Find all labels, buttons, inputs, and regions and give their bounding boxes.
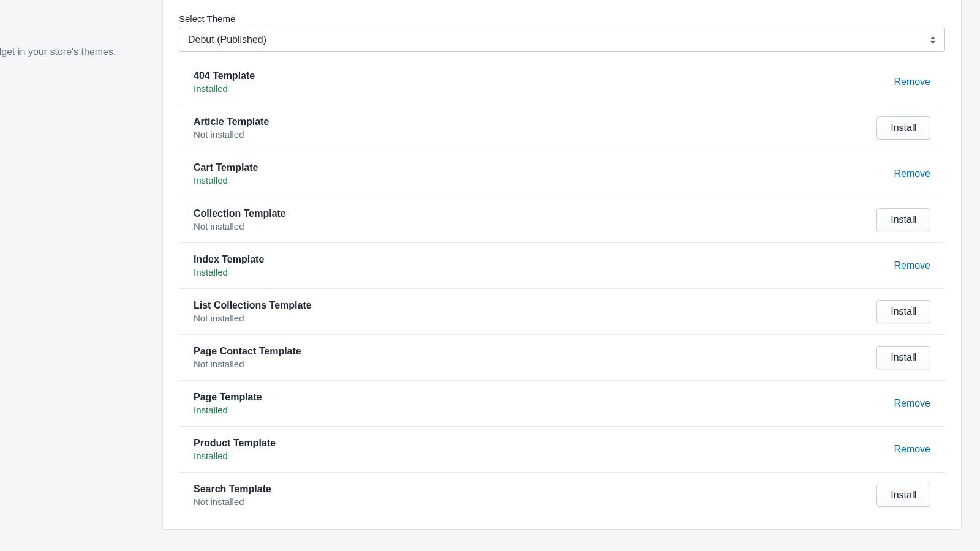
template-status: Installed xyxy=(194,267,264,277)
theme-select-label: Select Theme xyxy=(179,13,945,24)
install-button[interactable]: Install xyxy=(876,346,930,369)
template-row: Product TemplateInstalledRemove xyxy=(179,427,945,473)
sidebar-section: get the recommendations widget in your s… xyxy=(0,0,162,551)
install-button[interactable]: Install xyxy=(876,300,930,323)
template-status: Not installed xyxy=(194,497,271,507)
template-status: Installed xyxy=(194,83,255,94)
template-list: 404 TemplateInstalledRemoveArticle Templ… xyxy=(179,59,945,518)
template-name: Page Template xyxy=(194,392,262,403)
template-status: Not installed xyxy=(194,221,286,231)
template-row: Search TemplateNot installedInstall xyxy=(179,473,945,518)
section-description: the recommendations widget in your store… xyxy=(0,45,138,59)
template-name: Article Template xyxy=(194,116,269,127)
install-button[interactable]: Install xyxy=(876,208,930,231)
template-name: Cart Template xyxy=(194,162,258,173)
install-button[interactable]: Install xyxy=(876,484,930,507)
template-info: Index TemplateInstalled xyxy=(194,254,264,277)
template-row: Cart TemplateInstalledRemove xyxy=(179,151,945,197)
template-info: Search TemplateNot installed xyxy=(194,484,271,507)
template-status: Not installed xyxy=(194,313,312,323)
template-status: Not installed xyxy=(194,129,269,140)
install-button[interactable]: Install xyxy=(876,116,930,140)
template-status: Installed xyxy=(194,405,262,415)
template-row: List Collections TemplateNot installedIn… xyxy=(179,289,945,335)
template-row: Collection TemplateNot installedInstall xyxy=(179,197,945,243)
template-info: Page Contact TemplateNot installed xyxy=(194,346,301,369)
template-row: Index TemplateInstalledRemove xyxy=(179,243,945,289)
template-status: Installed xyxy=(194,175,258,186)
template-name: Index Template xyxy=(194,254,264,265)
template-row: Article TemplateNot installedInstall xyxy=(179,105,945,151)
remove-button[interactable]: Remove xyxy=(894,439,930,460)
template-name: List Collections Template xyxy=(194,300,312,311)
template-name: Page Contact Template xyxy=(194,346,301,357)
remove-button[interactable]: Remove xyxy=(894,393,930,414)
template-name: Product Template xyxy=(194,438,276,449)
template-info: Cart TemplateInstalled xyxy=(194,162,258,186)
template-status: Not installed xyxy=(194,359,301,369)
remove-button[interactable]: Remove xyxy=(894,255,930,276)
theme-select-value: Debut (Published) xyxy=(188,34,266,45)
template-info: Collection TemplateNot installed xyxy=(194,208,286,231)
template-name: Collection Template xyxy=(194,208,286,219)
template-status: Installed xyxy=(194,451,276,461)
template-info: Page TemplateInstalled xyxy=(194,392,262,415)
template-row: Page Contact TemplateNot installedInstal… xyxy=(179,335,945,381)
remove-button[interactable]: Remove xyxy=(894,163,930,184)
theme-templates-card: Select Theme Debut (Published) 404 Templ… xyxy=(162,0,962,530)
template-row: Page TemplateInstalledRemove xyxy=(179,381,945,427)
template-info: List Collections TemplateNot installed xyxy=(194,300,312,323)
template-name: Search Template xyxy=(194,484,271,495)
section-title: get xyxy=(0,18,138,34)
remove-button[interactable]: Remove xyxy=(894,72,930,92)
template-info: 404 TemplateInstalled xyxy=(194,70,255,94)
template-info: Product TemplateInstalled xyxy=(194,438,276,461)
template-name: 404 Template xyxy=(194,70,255,81)
template-row: 404 TemplateInstalledRemove xyxy=(179,59,945,105)
template-info: Article TemplateNot installed xyxy=(194,116,269,140)
theme-select[interactable]: Debut (Published) xyxy=(179,28,945,52)
